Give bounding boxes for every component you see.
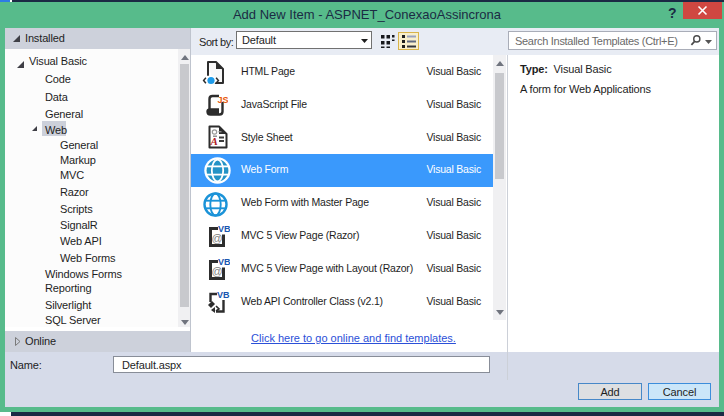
svg-text:A: A <box>210 135 218 147</box>
svg-text:VB: VB <box>217 290 230 300</box>
svg-text:VB: VB <box>218 257 230 267</box>
svg-text:JS: JS <box>218 95 229 105</box>
svg-text:VB: VB <box>218 224 230 234</box>
